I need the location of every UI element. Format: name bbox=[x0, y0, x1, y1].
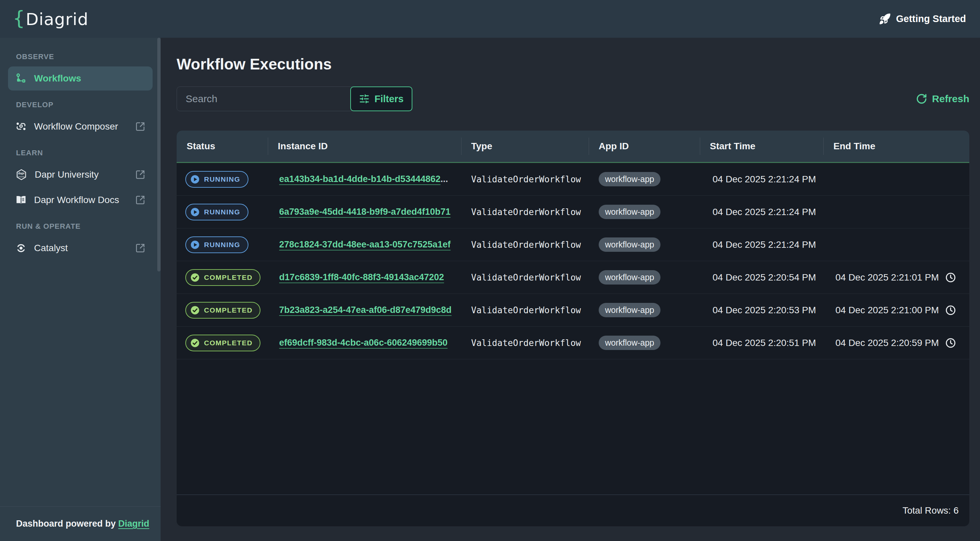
instance-id-cell: ef69dcff-983d-4cbc-a06c-606249699b50... bbox=[268, 337, 461, 348]
app-id-badge: workflow-app bbox=[599, 237, 660, 252]
clock-icon bbox=[945, 305, 956, 316]
type-text: ValidateOrderWorkflow bbox=[471, 272, 581, 283]
instance-id-link[interactable]: 7b23a823-a254-47ea-af06-d87e479d9c8d bbox=[279, 305, 452, 315]
external-link-icon bbox=[135, 195, 145, 205]
app-id-cell: workflow-app bbox=[589, 237, 700, 252]
instance-id-cell: 278c1824-37dd-48ee-aa13-057c7525a1ef... bbox=[268, 239, 461, 250]
check-icon bbox=[190, 338, 200, 348]
workflow-table-card: Status Instance ID Type App ID Start Tim… bbox=[177, 130, 969, 526]
id-ellipsis: ... bbox=[441, 174, 448, 185]
app-id-cell: workflow-app bbox=[589, 270, 700, 285]
app-id-badge: workflow-app bbox=[599, 303, 660, 317]
play-icon bbox=[190, 240, 200, 250]
app-id-badge: workflow-app bbox=[599, 205, 660, 219]
start-time-cell: 04 Dec 2025 2:21:24 PM bbox=[700, 239, 823, 250]
instance-id-link[interactable]: ea143b34-ba1d-4dde-b14b-d53444862 bbox=[279, 174, 441, 185]
logo-brace: { bbox=[13, 9, 25, 28]
status-cell: COMPLETED bbox=[177, 335, 268, 351]
table-row: COMPLETED d17c6839-1ff8-40fc-88f3-49143a… bbox=[177, 261, 969, 294]
instance-id-link[interactable]: d17c6839-1ff8-40fc-88f3-49143ac47202 bbox=[279, 272, 444, 283]
column-header-type: Type bbox=[461, 130, 589, 162]
end-time: 04 Dec 2025 2:21:01 PM bbox=[835, 272, 939, 283]
status-badge: COMPLETED bbox=[185, 335, 261, 351]
workflow-icon bbox=[15, 73, 27, 84]
clock-icon bbox=[945, 272, 956, 283]
section-heading-learn: LEARN bbox=[16, 149, 161, 157]
sidebar-item-dapr-workflow-docs[interactable]: Dapr Workflow Docs bbox=[8, 188, 153, 212]
column-header-status: Status bbox=[177, 130, 268, 162]
app-id-badge: workflow-app bbox=[599, 172, 660, 186]
status-cell: RUNNING bbox=[177, 204, 268, 220]
table-header-row: Status Instance ID Type App ID Start Tim… bbox=[177, 130, 969, 163]
filters-button[interactable]: Filters bbox=[350, 86, 412, 111]
end-time-cell: 04 Dec 2025 2:21:01 PM bbox=[823, 272, 969, 283]
table-row: RUNNING 278c1824-37dd-48ee-aa13-057c7525… bbox=[177, 228, 969, 261]
start-time-cell: 04 Dec 2025 2:21:24 PM bbox=[700, 207, 823, 217]
page-title: Workflow Executions bbox=[177, 55, 969, 73]
end-time: 04 Dec 2025 2:20:59 PM bbox=[835, 337, 939, 348]
status-label: COMPLETED bbox=[204, 339, 253, 347]
sidebar-item-label: Workflow Composer bbox=[34, 121, 118, 132]
svg-text:University: University bbox=[18, 176, 25, 178]
type-text: ValidateOrderWorkflow bbox=[471, 305, 581, 315]
sidebar-item-dapr-university[interactable]: dapr University Dapr University bbox=[8, 162, 153, 187]
start-time: 04 Dec 2025 2:21:24 PM bbox=[713, 239, 816, 250]
start-time-cell: 04 Dec 2025 2:20:51 PM bbox=[700, 337, 823, 348]
refresh-button[interactable]: Refresh bbox=[916, 93, 969, 105]
external-link-icon bbox=[135, 122, 145, 132]
column-header-instance-id: Instance ID bbox=[268, 130, 461, 162]
app-id-cell: workflow-app bbox=[589, 303, 700, 317]
status-cell: COMPLETED bbox=[177, 302, 268, 318]
app-id-cell: workflow-app bbox=[589, 172, 700, 186]
app-id-cell: workflow-app bbox=[589, 205, 700, 219]
composer-icon bbox=[15, 121, 27, 132]
controls-row: Filters Refresh bbox=[177, 86, 969, 111]
getting-started-link[interactable]: Getting Started bbox=[879, 13, 966, 25]
check-icon bbox=[190, 272, 200, 283]
type-cell: ValidateOrderWorkflow bbox=[461, 207, 589, 217]
instance-id-link[interactable]: 278c1824-37dd-48ee-aa13-057c7525a1ef bbox=[279, 239, 450, 250]
status-badge: COMPLETED bbox=[185, 269, 261, 286]
external-link-icon bbox=[135, 170, 145, 180]
column-header-start-time: Start Time bbox=[700, 130, 823, 162]
status-badge: RUNNING bbox=[185, 204, 248, 220]
sidebar-nav: OBSERVE Workflows DEVELOP bbox=[0, 38, 161, 506]
sidebar-item-workflow-composer[interactable]: Workflow Composer bbox=[8, 115, 153, 138]
diagrid-logo[interactable]: { Diagrid bbox=[13, 9, 89, 29]
type-text: ValidateOrderWorkflow bbox=[471, 207, 581, 217]
type-cell: ValidateOrderWorkflow bbox=[461, 174, 589, 185]
instance-id-link[interactable]: 6a793a9e-45dd-4418-b9f9-a7ded4f10b71 bbox=[279, 207, 450, 217]
status-label: COMPLETED bbox=[204, 306, 253, 314]
main-content: Workflow Executions Filte bbox=[161, 38, 980, 541]
instance-id-link[interactable]: ef69dcff-983d-4cbc-a06c-606249699b50 bbox=[279, 337, 447, 348]
refresh-label: Refresh bbox=[932, 93, 969, 105]
table-row: COMPLETED 7b23a823-a254-47ea-af06-d87e47… bbox=[177, 294, 969, 326]
instance-id-cell: 6a793a9e-45dd-4418-b9f9-a7ded4f10b71... bbox=[268, 207, 461, 217]
start-time-cell: 04 Dec 2025 2:20:53 PM bbox=[700, 305, 823, 316]
instance-id-cell: ea143b34-ba1d-4dde-b14b-d53444862... bbox=[268, 174, 461, 185]
status-label: RUNNING bbox=[204, 241, 240, 249]
table-body: RUNNING ea143b34-ba1d-4dde-b14b-d5344486… bbox=[177, 163, 969, 359]
sidebar-item-workflows[interactable]: Workflows bbox=[8, 67, 153, 91]
sidebar-scrollbar[interactable] bbox=[157, 38, 161, 272]
start-time-cell: 04 Dec 2025 2:21:24 PM bbox=[700, 174, 823, 185]
diagrid-footer-link[interactable]: Diagrid bbox=[118, 519, 149, 529]
type-text: ValidateOrderWorkflow bbox=[471, 240, 581, 250]
book-icon bbox=[15, 194, 27, 206]
catalyst-icon bbox=[15, 242, 27, 254]
sidebar-footer: Dashboard powered by Diagrid bbox=[0, 506, 161, 541]
status-badge: RUNNING bbox=[185, 171, 248, 188]
instance-id-cell: d17c6839-1ff8-40fc-88f3-49143ac47202... bbox=[268, 272, 461, 283]
start-time: 04 Dec 2025 2:20:54 PM bbox=[713, 272, 816, 283]
sidebar: OBSERVE Workflows DEVELOP bbox=[0, 38, 161, 541]
app-id-cell: workflow-app bbox=[589, 336, 700, 350]
play-icon bbox=[190, 174, 200, 185]
instance-id-cell: 7b23a823-a254-47ea-af06-d87e479d9c8d... bbox=[268, 305, 461, 315]
sidebar-item-catalyst[interactable]: Catalyst bbox=[8, 236, 153, 260]
start-time: 04 Dec 2025 2:21:24 PM bbox=[713, 207, 816, 217]
column-header-end-time: End Time bbox=[823, 130, 969, 162]
section-heading-observe: OBSERVE bbox=[16, 53, 161, 61]
type-cell: ValidateOrderWorkflow bbox=[461, 240, 589, 250]
start-time: 04 Dec 2025 2:21:24 PM bbox=[713, 174, 816, 185]
sidebar-item-label: Dapr University bbox=[35, 169, 99, 180]
